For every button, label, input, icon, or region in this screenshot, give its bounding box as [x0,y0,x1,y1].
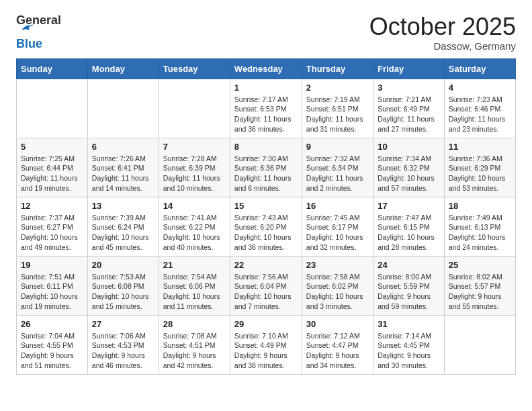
day-number: 31 [378,319,440,329]
day-cell: 29Sunrise: 7:10 AM Sunset: 4:49 PM Dayli… [230,315,302,374]
day-number: 20 [92,260,154,270]
day-cell: 17Sunrise: 7:47 AM Sunset: 6:15 PM Dayli… [373,197,445,256]
logo-blue: Blue [16,37,61,51]
day-number: 11 [449,142,511,152]
day-cell: 6Sunrise: 7:26 AM Sunset: 6:41 PM Daylig… [87,138,159,197]
day-number: 2 [306,83,369,93]
day-info: Sunrise: 7:32 AM Sunset: 6:34 PM Dayligh… [306,154,369,193]
column-header-saturday: Saturday [444,58,515,79]
day-info: Sunrise: 7:37 AM Sunset: 6:27 PM Dayligh… [21,213,83,253]
page-header: General Blue October 2025 Dassow, German… [16,13,516,52]
week-row-4: 19Sunrise: 7:51 AM Sunset: 6:11 PM Dayli… [17,256,516,315]
day-info: Sunrise: 7:54 AM Sunset: 6:06 PM Dayligh… [163,272,226,312]
day-cell: 28Sunrise: 7:08 AM Sunset: 4:51 PM Dayli… [159,315,230,374]
day-number: 26 [21,319,83,329]
location-subtitle: Dassow, Germany [369,40,516,52]
week-row-5: 26Sunrise: 7:04 AM Sunset: 4:55 PM Dayli… [17,315,516,374]
day-info: Sunrise: 7:12 AM Sunset: 4:47 PM Dayligh… [306,331,369,371]
day-info: Sunrise: 7:49 AM Sunset: 6:13 PM Dayligh… [449,213,511,253]
day-number: 9 [306,142,369,152]
day-info: Sunrise: 7:45 AM Sunset: 6:17 PM Dayligh… [306,213,369,253]
column-header-tuesday: Tuesday [159,58,230,79]
day-cell: 31Sunrise: 7:14 AM Sunset: 4:45 PM Dayli… [373,315,445,374]
day-cell: 25Sunrise: 8:02 AM Sunset: 5:57 PM Dayli… [444,256,515,315]
day-number: 25 [449,260,511,270]
day-number: 21 [163,260,226,270]
day-info: Sunrise: 7:56 AM Sunset: 6:04 PM Dayligh… [234,272,298,312]
day-number: 14 [163,201,226,211]
week-row-3: 12Sunrise: 7:37 AM Sunset: 6:27 PM Dayli… [17,197,516,256]
day-info: Sunrise: 7:53 AM Sunset: 6:08 PM Dayligh… [92,272,154,312]
day-info: Sunrise: 7:26 AM Sunset: 6:41 PM Dayligh… [92,154,154,193]
day-cell: 11Sunrise: 7:36 AM Sunset: 6:29 PM Dayli… [444,138,515,197]
day-number: 1 [234,83,298,93]
logo-bird-icon [17,21,34,35]
day-number: 30 [306,319,369,329]
day-number: 17 [378,201,440,211]
day-number: 27 [92,319,154,329]
day-cell: 19Sunrise: 7:51 AM Sunset: 6:11 PM Dayli… [17,256,88,315]
day-info: Sunrise: 7:10 AM Sunset: 4:49 PM Dayligh… [234,331,298,371]
day-number: 28 [163,319,226,329]
column-header-friday: Friday [373,58,445,79]
column-header-thursday: Thursday [302,58,373,79]
day-cell: 2Sunrise: 7:19 AM Sunset: 6:51 PM Daylig… [302,79,373,138]
day-info: Sunrise: 7:14 AM Sunset: 4:45 PM Dayligh… [378,331,440,371]
column-header-wednesday: Wednesday [230,58,302,79]
day-number: 8 [234,142,298,152]
day-number: 13 [92,201,154,211]
day-number: 24 [378,260,440,270]
day-info: Sunrise: 7:28 AM Sunset: 6:39 PM Dayligh… [163,154,226,193]
day-info: Sunrise: 8:00 AM Sunset: 5:59 PM Dayligh… [378,272,440,312]
day-info: Sunrise: 7:47 AM Sunset: 6:15 PM Dayligh… [378,213,440,253]
day-number: 19 [21,260,83,270]
day-cell [17,79,88,138]
day-cell: 3Sunrise: 7:21 AM Sunset: 6:49 PM Daylig… [373,79,445,138]
day-info: Sunrise: 7:21 AM Sunset: 6:49 PM Dayligh… [378,95,440,134]
day-info: Sunrise: 7:25 AM Sunset: 6:44 PM Dayligh… [21,154,83,193]
calendar-header-row: SundayMondayTuesdayWednesdayThursdayFrid… [17,58,516,79]
day-info: Sunrise: 8:02 AM Sunset: 5:57 PM Dayligh… [449,272,511,312]
day-cell: 1Sunrise: 7:17 AM Sunset: 6:53 PM Daylig… [230,79,302,138]
day-cell: 4Sunrise: 7:23 AM Sunset: 6:46 PM Daylig… [444,79,515,138]
calendar-table: SundayMondayTuesdayWednesdayThursdayFrid… [16,58,516,375]
day-number: 7 [163,142,226,152]
day-info: Sunrise: 7:06 AM Sunset: 4:53 PM Dayligh… [92,331,154,371]
day-cell: 18Sunrise: 7:49 AM Sunset: 6:13 PM Dayli… [444,197,515,256]
day-cell: 27Sunrise: 7:06 AM Sunset: 4:53 PM Dayli… [87,315,159,374]
day-number: 4 [449,83,511,93]
day-cell: 14Sunrise: 7:41 AM Sunset: 6:22 PM Dayli… [159,197,230,256]
day-cell: 8Sunrise: 7:30 AM Sunset: 6:36 PM Daylig… [230,138,302,197]
week-row-2: 5Sunrise: 7:25 AM Sunset: 6:44 PM Daylig… [17,138,516,197]
day-cell: 23Sunrise: 7:58 AM Sunset: 6:02 PM Dayli… [302,256,373,315]
day-cell: 13Sunrise: 7:39 AM Sunset: 6:24 PM Dayli… [87,197,159,256]
day-info: Sunrise: 7:36 AM Sunset: 6:29 PM Dayligh… [449,154,511,193]
day-number: 3 [378,83,440,93]
day-cell [87,79,159,138]
day-cell: 26Sunrise: 7:04 AM Sunset: 4:55 PM Dayli… [17,315,88,374]
week-row-1: 1Sunrise: 7:17 AM Sunset: 6:53 PM Daylig… [17,79,516,138]
day-cell [159,79,230,138]
title-block: October 2025 Dassow, Germany [369,13,516,52]
day-number: 23 [306,260,369,270]
day-cell [444,315,515,374]
day-number: 16 [306,201,369,211]
day-info: Sunrise: 7:30 AM Sunset: 6:36 PM Dayligh… [234,154,298,193]
day-cell: 21Sunrise: 7:54 AM Sunset: 6:06 PM Dayli… [159,256,230,315]
day-info: Sunrise: 7:19 AM Sunset: 6:51 PM Dayligh… [306,95,369,134]
day-cell: 5Sunrise: 7:25 AM Sunset: 6:44 PM Daylig… [17,138,88,197]
logo-text: General Blue [16,13,61,51]
day-number: 12 [21,201,83,211]
day-cell: 9Sunrise: 7:32 AM Sunset: 6:34 PM Daylig… [302,138,373,197]
month-year-title: October 2025 [369,13,516,40]
day-info: Sunrise: 7:23 AM Sunset: 6:46 PM Dayligh… [449,95,511,134]
column-header-sunday: Sunday [17,58,88,79]
day-info: Sunrise: 7:51 AM Sunset: 6:11 PM Dayligh… [21,272,83,312]
day-number: 6 [92,142,154,152]
day-cell: 12Sunrise: 7:37 AM Sunset: 6:27 PM Dayli… [17,197,88,256]
day-number: 5 [21,142,83,152]
day-cell: 20Sunrise: 7:53 AM Sunset: 6:08 PM Dayli… [87,256,159,315]
day-cell: 16Sunrise: 7:45 AM Sunset: 6:17 PM Dayli… [302,197,373,256]
day-cell: 7Sunrise: 7:28 AM Sunset: 6:39 PM Daylig… [159,138,230,197]
day-info: Sunrise: 7:39 AM Sunset: 6:24 PM Dayligh… [92,213,154,253]
